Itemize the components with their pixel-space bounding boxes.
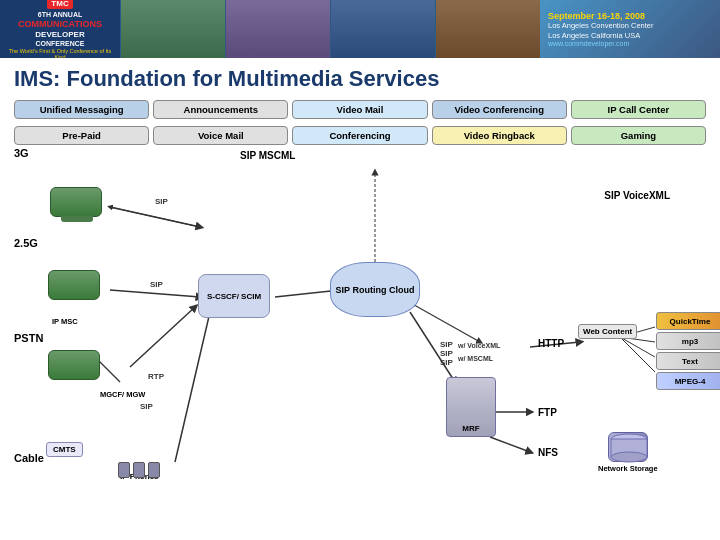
ftp-label: FTP bbox=[538, 407, 557, 418]
svg-line-3 bbox=[175, 312, 210, 462]
network-storage: Network Storage bbox=[598, 432, 658, 473]
svg-line-1 bbox=[110, 290, 200, 297]
voicexml-label: w/ VoiceXML bbox=[458, 342, 500, 349]
sip-label-mgcf: SIP bbox=[140, 402, 153, 411]
svg-line-9 bbox=[110, 207, 200, 227]
mscml-label: w/ MSCML bbox=[458, 355, 493, 362]
sip-voicexml-label: SIP VoiceXML bbox=[604, 190, 670, 201]
text-item: Text bbox=[656, 352, 720, 370]
conference-location: Los Angeles Convention Center Los Angele… bbox=[548, 21, 712, 41]
svg-point-19 bbox=[611, 452, 647, 462]
ip-phones-icons bbox=[118, 462, 160, 478]
storage-icon bbox=[608, 432, 648, 462]
mpeg4-item: MPEG-4 bbox=[656, 372, 720, 390]
router-25g bbox=[48, 270, 100, 300]
label-cable: Cable bbox=[14, 452, 44, 464]
ip-msc-label: IP MSC bbox=[52, 317, 78, 326]
svg-line-12 bbox=[490, 437, 530, 452]
diagram: 3G SIP 2.5G SIP IP MSC PSTN RTP MGCF/ MG… bbox=[0, 42, 720, 482]
cmts-box: CMTS bbox=[46, 442, 83, 457]
svg-line-16 bbox=[620, 337, 655, 372]
label-pstn: PSTN bbox=[14, 332, 43, 344]
quicktime-item: QuickTime bbox=[656, 312, 720, 330]
scscf-scim-box: S-CSCF/ SCIM bbox=[198, 274, 270, 318]
svg-line-15 bbox=[620, 337, 655, 357]
rtp-label: RTP bbox=[148, 372, 164, 381]
sip-mscml-label: SIP MSCML bbox=[240, 150, 295, 161]
sip-w-voicexml: SIP SIP SIP bbox=[440, 340, 453, 367]
web-content-box: Web Content bbox=[578, 324, 637, 339]
svg-line-2 bbox=[130, 307, 195, 367]
http-label: HTTP bbox=[538, 338, 564, 349]
sip-label-3g: SIP bbox=[155, 197, 168, 206]
mrf-box: MRF bbox=[446, 377, 496, 437]
router-3g bbox=[50, 187, 102, 223]
svg-line-0 bbox=[110, 207, 200, 227]
nfs-label: NFS bbox=[538, 447, 558, 458]
tech-stack: QuickTime mp3 Text MPEG-4 bbox=[656, 312, 720, 390]
router-pstn bbox=[48, 350, 100, 380]
mp3-item: mp3 bbox=[656, 332, 720, 350]
conference-date: September 16-18, 2008 bbox=[548, 11, 712, 21]
tmc-badge: TMC bbox=[47, 0, 72, 9]
sip-label-25g: SIP bbox=[150, 280, 163, 289]
label-25g: 2.5G bbox=[14, 237, 38, 249]
label-3g: 3G bbox=[14, 147, 29, 159]
mgcf-mgw-label: MGCF/ MGW bbox=[100, 390, 145, 399]
sip-routing-cloud: SIP Routing Cloud bbox=[330, 262, 420, 317]
